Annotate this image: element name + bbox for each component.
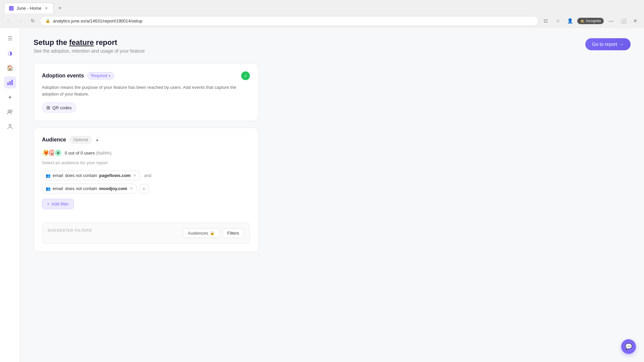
svg-point-5 (9, 124, 11, 126)
tab-title: June - Home (16, 6, 41, 11)
svg-rect-0 (7, 82, 9, 85)
page-header: Setup the feature report See the adoptio… (34, 38, 631, 54)
close-button[interactable]: ✕ (631, 16, 640, 25)
filter-chip-2[interactable]: 👥 email does not contain moodjoy.com ✕ (42, 184, 137, 193)
page-title: Setup the feature report (34, 38, 145, 47)
filter-chip-1[interactable]: 👥 email does not contain pageflows.com ✕ (42, 171, 140, 180)
qr-codes-icon: ⊞ (46, 105, 50, 110)
adoption-events-title: Adoption events (42, 73, 84, 79)
audience-title: Audience (42, 137, 66, 143)
tab-bar: June - Home ✕ + (0, 0, 644, 13)
minimize-button[interactable]: — (606, 16, 616, 25)
back-button[interactable]: ← (4, 16, 13, 25)
cast-icon[interactable]: ⊡ (541, 16, 550, 25)
filter-remove-1[interactable]: ✕ (133, 173, 136, 178)
lock-icon-audiences: 🔒 (210, 231, 215, 235)
profile-icon[interactable]: 👤 (565, 16, 575, 25)
adoption-events-header: Adoption events Required ▾ ✓ (42, 71, 250, 80)
go-to-report-button[interactable]: Go to report → (585, 38, 631, 50)
avatar-3: ≡ (54, 149, 62, 157)
add-filter-button[interactable]: + Add filter (42, 199, 74, 209)
tab-audiences[interactable]: Audiences 🔒 (183, 228, 220, 238)
audience-header: Audience Optional ▲ (42, 136, 250, 143)
group-icon (7, 124, 13, 130)
reload-button[interactable]: ↻ (28, 16, 38, 25)
nav-bar: ← → ↻ 🔒 analytics.june.so/a/14631/report… (0, 13, 644, 28)
required-badge[interactable]: Required ▾ (87, 72, 114, 79)
qr-codes-event-tag[interactable]: ⊞ QR codes (42, 103, 76, 113)
filter-value-1: pageflows.com (99, 173, 130, 178)
audience-hint: Select an audience for your report (42, 160, 250, 165)
filter-field-1: email (53, 173, 63, 178)
bookmark-icon[interactable]: ☆ (553, 16, 562, 25)
sidebar-item-home[interactable]: 🏠 (4, 62, 16, 74)
address-bar[interactable]: 🔒 analytics.june.so/a/14631/report/19001… (40, 16, 538, 26)
filter-field-icon-1: 👥 (46, 173, 51, 178)
forward-button[interactable]: → (16, 16, 25, 25)
page-subtitle: See the adoption, retention and usage of… (34, 48, 145, 54)
filter-add-condition-button[interactable]: + (139, 184, 149, 193)
nav-actions: ⊡ ☆ 👤 🕵 Incognito — ⬜ ✕ (541, 16, 640, 25)
filter-remove-2[interactable]: ✕ (130, 186, 133, 191)
suggested-filters-tabs: Audiences 🔒 Filters (183, 228, 244, 238)
title-suffix: report (94, 38, 117, 47)
tab-filters-label: Filters (227, 231, 239, 236)
completion-check-icon: ✓ (241, 71, 250, 80)
incognito-label: Incognito (586, 19, 601, 23)
tab-filters[interactable]: Filters (222, 228, 244, 238)
and-label-1: and (143, 173, 153, 178)
sidebar-item-spinner: ◑ (4, 47, 16, 59)
adoption-events-title-row: Adoption events Required ▾ (42, 72, 114, 79)
tab-audiences-label: Audiences (188, 231, 208, 236)
chat-button[interactable]: 💬 (621, 339, 636, 354)
svg-rect-1 (9, 81, 11, 85)
filter-row-1: 👥 email does not contain pageflows.com ✕… (42, 171, 250, 180)
required-label: Required (91, 73, 107, 78)
sidebar-item-group[interactable] (4, 121, 16, 133)
sidebar-item-users[interactable] (4, 106, 16, 118)
filter-operator-1: does not contain (65, 173, 97, 178)
user-count-text: 0 out of 0 users (NaN%) (65, 150, 111, 156)
chart-icon (7, 79, 13, 85)
collapse-chevron-icon[interactable]: ▲ (95, 137, 99, 142)
user-count-nan: (NaN%) (96, 150, 111, 156)
suggested-filters-area: SUGGESTED FILTERS Audiences 🔒 Filters (42, 223, 250, 244)
filter-operator-2: does not contain (65, 186, 97, 191)
suggested-filters-title: SUGGESTED FILTERS (48, 228, 92, 232)
add-filter-label: Add filter (52, 201, 69, 206)
audience-card: Audience Optional ▲ 🦊 🐷 ≡ 0 out of 0 use… (34, 128, 258, 252)
optional-badge[interactable]: Optional (69, 136, 92, 143)
sidebar-item-menu[interactable]: ☰ (4, 32, 16, 44)
filter-value-2: moodjoy.com (99, 186, 127, 191)
sidebar: ☰ ◑ 🏠 ✦ (0, 28, 20, 362)
tab-close-button[interactable]: ✕ (44, 6, 49, 11)
filter-field-2: email (53, 186, 63, 191)
adoption-events-description: Adoption means the purpose of your featu… (42, 84, 250, 97)
add-filter-plus-icon: + (47, 201, 50, 206)
title-prefix: Setup the (34, 38, 69, 47)
page-title-block: Setup the feature report See the adoptio… (34, 38, 145, 54)
svg-point-3 (8, 110, 10, 112)
restore-button[interactable]: ⬜ (619, 16, 628, 25)
suggested-filters-tab-area: SUGGESTED FILTERS Audiences 🔒 Filters (48, 228, 244, 238)
qr-codes-label: QR codes (52, 105, 72, 110)
new-tab-button[interactable]: + (55, 3, 64, 13)
svg-point-4 (10, 110, 12, 112)
chat-icon: 💬 (625, 343, 632, 350)
audience-title-row: Audience Optional ▲ (42, 136, 99, 143)
url-text: analytics.june.so/a/14631/report/190014/… (53, 18, 143, 23)
filter-field-icon-2: 👥 (46, 186, 51, 191)
arrow-right-icon: → (619, 42, 624, 47)
browser-chrome: June - Home ✕ + ← → ↻ 🔒 analytics.june.s… (0, 0, 644, 28)
user-count-value: 0 out of 0 users (65, 150, 95, 156)
sidebar-item-chart[interactable] (4, 76, 16, 88)
sidebar-item-sparkle[interactable]: ✦ (4, 91, 16, 103)
optional-label: Optional (73, 137, 88, 142)
incognito-hat-icon: 🕵 (580, 19, 585, 23)
title-highlight: feature (69, 38, 94, 47)
go-to-report-label: Go to report (592, 42, 617, 47)
user-count-row: 🦊 🐷 ≡ 0 out of 0 users (NaN%) (42, 149, 250, 157)
badge-chevron-icon: ▾ (109, 74, 110, 78)
active-tab[interactable]: June - Home ✕ (4, 3, 54, 13)
incognito-badge: 🕵 Incognito (577, 18, 604, 24)
